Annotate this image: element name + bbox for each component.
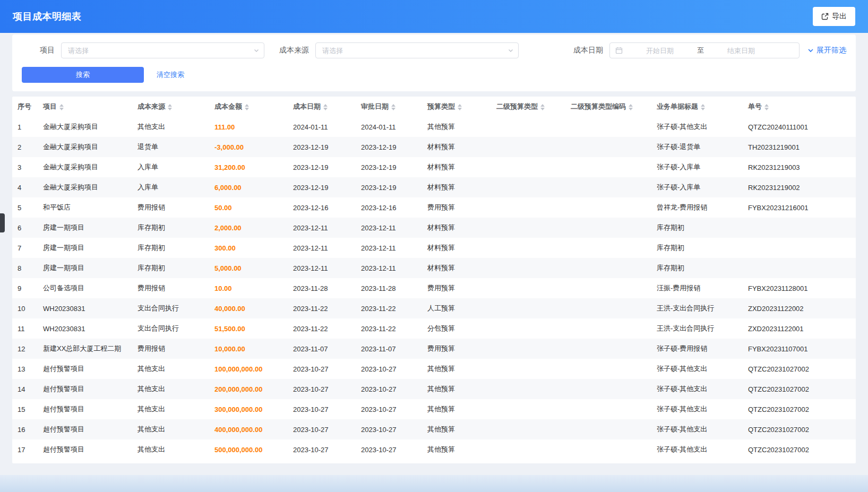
sort-icon[interactable] [323,104,328,110]
cell-amount: 5,000.00 [209,258,288,278]
cell-cost_date: 2023-10-27 [288,379,356,399]
table-row: 4金融大厦采购项目入库单6,000.002023-12-192023-12-19… [12,177,856,197]
cell-cost_date: 2023-12-19 [288,177,356,197]
column-header-source[interactable]: 成本来源 [132,97,209,117]
cost-source-filter-label: 成本来源 [279,46,309,55]
column-label: 业务单据标题 [657,102,698,110]
cell-project: WH20230831 [38,298,132,318]
cell-amount: 31,200.00 [209,157,288,177]
start-date-input[interactable] [625,47,695,55]
end-date-input[interactable] [706,47,776,55]
column-header-amount[interactable]: 成本金额 [209,97,288,117]
cell-project: 房建一期项目 [38,238,132,258]
cell-approval_date: 2023-10-27 [356,439,422,460]
clear-search-link[interactable]: 清空搜索 [157,70,184,80]
cell-source: 其他支出 [132,379,209,399]
cell-amount: 200,000,000.00 [209,379,288,399]
column-header-doc_no[interactable]: 单号 [743,97,856,117]
project-select-input[interactable] [61,42,264,58]
cell-approval_date: 2023-12-11 [356,218,422,238]
table-row: 10WH20230831支出合同执行40,000.002023-11-22202… [12,298,856,318]
sort-icon[interactable] [540,104,545,110]
cell-doc_title: 库存期初 [651,218,743,238]
sort-icon[interactable] [59,104,64,110]
drawer-handle[interactable] [0,213,5,232]
cell-cost_date: 2023-11-22 [288,318,356,339]
sort-icon[interactable] [701,104,705,110]
cell-amount: 10.00 [209,278,288,298]
sort-icon[interactable] [764,104,769,110]
table-row: 9公司备选项目费用报销10.002023-11-282023-11-28费用预算… [12,278,856,298]
column-header-cost_date[interactable]: 成本日期 [288,97,356,117]
cell-approval_date: 2023-12-11 [356,258,422,278]
cell-cost_date: 2023-10-27 [288,419,356,439]
cell-doc_no: FYBX20231128001 [743,278,856,298]
cell-amount: 300,000,000.00 [209,399,288,419]
cell-budget_type: 材料预算 [422,177,491,197]
cost-date-range-picker[interactable]: 至 [609,42,800,58]
cost-table: 序号项目成本来源成本金额成本日期审批日期预算类型二级预算类型二级预算类型编码业务… [12,97,856,460]
sort-icon[interactable] [245,104,249,110]
cell-budget_type: 其他预算 [422,399,491,419]
cell-sub_budget_type [491,318,565,339]
column-header-sub_budget_type[interactable]: 二级预算类型 [491,97,565,117]
sort-icon[interactable] [168,104,172,110]
cell-sub_budget_code [565,339,651,359]
cell-sub_budget_type [491,278,565,298]
cell-doc_title: 张子硕-入库单 [651,157,743,177]
export-icon [821,13,829,20]
cell-doc_title: 张子硕-其他支出 [651,117,743,137]
cell-sub_budget_code [565,379,651,399]
table-row: 12新建XX总部大厦工程二期费用报销10,000.002023-11-07202… [12,339,856,359]
cell-project: 金融大厦采购项目 [38,137,132,157]
cell-doc_title: 张子硕-费用报销 [651,339,743,359]
column-header-approval_date[interactable]: 审批日期 [356,97,422,117]
cost-table-card: 序号项目成本来源成本金额成本日期审批日期预算类型二级预算类型二级预算类型编码业务… [12,97,856,463]
project-select[interactable] [61,42,264,58]
cell-project: WH20230831 [38,318,132,339]
table-row: 5和平饭店费用报销50.002023-12-162023-12-16费用预算曾祥… [12,197,856,218]
cell-source: 费用报销 [132,197,209,218]
cell-sub_budget_code [565,439,651,460]
search-button[interactable]: 搜索 [22,67,144,83]
column-header-project[interactable]: 项目 [38,97,132,117]
column-label: 二级预算类型编码 [571,102,626,110]
sort-icon[interactable] [458,104,462,110]
export-button[interactable]: 导出 [813,7,855,26]
cell-doc_no: QTZC20240111001 [743,117,856,137]
cost-source-select-input[interactable] [315,42,519,58]
cell-seq: 14 [12,379,38,399]
cell-sub_budget_type [491,117,565,137]
topbar: 项目成本明细表 导出 [0,0,868,33]
cell-budget_type: 分包预算 [422,318,491,339]
cell-project: 金融大厦采购项目 [38,177,132,197]
cell-amount: -3,000.00 [209,137,288,157]
cell-sub_budget_code [565,177,651,197]
app: 项目成本明细表 导出 项目 [0,0,868,463]
cell-cost_date: 2023-11-28 [288,278,356,298]
sort-icon[interactable] [391,104,396,110]
cell-project: 超付预警项目 [38,419,132,439]
expand-filters-label: 展开筛选 [817,46,846,55]
cell-source: 支出合同执行 [132,298,209,318]
cell-cost_date: 2023-11-07 [288,339,356,359]
column-header-budget_type[interactable]: 预算类型 [422,97,491,117]
column-label: 成本金额 [214,102,242,110]
column-header-doc_title[interactable]: 业务单据标题 [651,97,743,117]
cell-seq: 7 [12,238,38,258]
cell-source: 费用报销 [132,278,209,298]
cell-approval_date: 2023-12-19 [356,177,422,197]
cell-sub_budget_code [565,117,651,137]
cell-budget_type: 其他预算 [422,379,491,399]
table-header-row: 序号项目成本来源成本金额成本日期审批日期预算类型二级预算类型二级预算类型编码业务… [12,97,856,117]
cell-doc_no: QTZC20231027002 [743,359,856,379]
cost-source-select[interactable] [315,42,519,58]
cell-doc_title: 曾祥龙-费用报销 [651,197,743,218]
cell-seq: 16 [12,419,38,439]
cell-approval_date: 2023-11-22 [356,298,422,318]
cell-budget_type: 其他预算 [422,419,491,439]
column-header-sub_budget_code[interactable]: 二级预算类型编码 [565,97,651,117]
cell-amount: 2,000.00 [209,218,288,238]
expand-filters-link[interactable]: 展开筛选 [807,46,846,55]
sort-icon[interactable] [629,104,633,110]
